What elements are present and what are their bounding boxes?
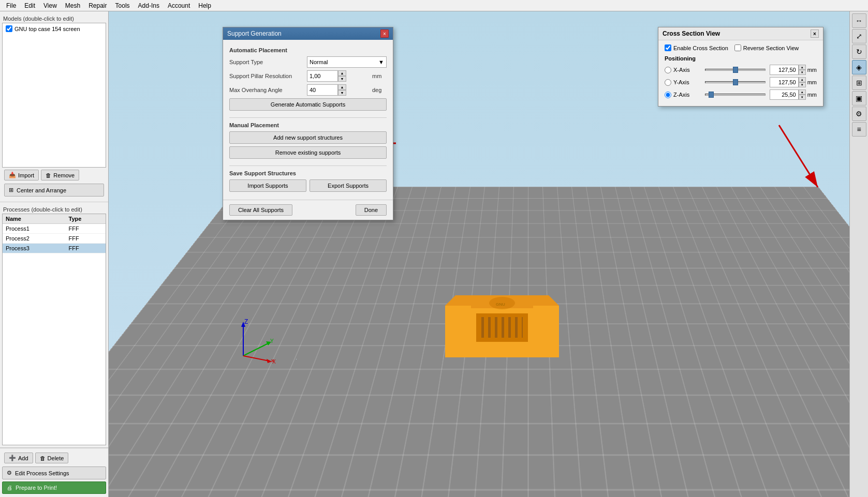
menu-addins[interactable]: Add-Ins bbox=[134, 1, 164, 10]
x-axis-radio[interactable] bbox=[665, 67, 671, 73]
z-axis-radio[interactable] bbox=[665, 92, 671, 98]
toolbar-rotate[interactable]: ↻ bbox=[852, 44, 866, 59]
support-dialog-footer: Clear All Supports Done bbox=[223, 200, 393, 220]
cross-section-dialog: Cross Section View × Enable Cross Sectio… bbox=[658, 27, 823, 107]
table-row[interactable]: Process1FFF bbox=[3, 224, 106, 234]
x-unit: mm bbox=[807, 67, 817, 73]
arrange-icon: ⊞ bbox=[9, 187, 13, 193]
x-axis-slider[interactable] bbox=[705, 66, 766, 74]
import-supports-button[interactable]: Import Supports bbox=[229, 179, 306, 192]
z-down-arrow[interactable]: ▼ bbox=[799, 95, 806, 100]
process-name: Process3 bbox=[3, 244, 66, 253]
manual-placement-label: Manual Placement bbox=[229, 122, 387, 128]
x-axis-thumb[interactable] bbox=[733, 67, 738, 73]
support-type-row: Support Type Normal ▼ bbox=[229, 56, 387, 68]
cross-section-close[interactable]: × bbox=[811, 29, 819, 38]
y-axis-radio[interactable] bbox=[665, 79, 671, 86]
done-button[interactable]: Done bbox=[356, 204, 387, 216]
z-up-arrow[interactable]: ▲ bbox=[799, 89, 806, 95]
table-row[interactable]: Process2FFF bbox=[3, 234, 106, 244]
support-pillar-down[interactable]: ▼ bbox=[338, 76, 346, 82]
model-list: GNU top case 154 screen bbox=[2, 23, 106, 168]
delete-process-button[interactable]: 🗑 Delete bbox=[35, 453, 69, 463]
y-value-field[interactable] bbox=[770, 77, 799, 87]
toolbar-scale[interactable]: ⤢ bbox=[852, 29, 866, 43]
toolbar-view[interactable]: ◈ bbox=[852, 60, 866, 74]
clear-all-supports-button[interactable]: Clear All Supports bbox=[229, 204, 292, 216]
bottom-section: ➕ Add 🗑 Delete ⚙ Edit Process Settings 🖨… bbox=[0, 448, 108, 497]
export-supports-button[interactable]: Export Supports bbox=[310, 179, 387, 192]
generate-supports-button[interactable]: Generate Automatic Supports bbox=[229, 98, 387, 111]
menu-mesh[interactable]: Mesh bbox=[61, 1, 84, 10]
table-row[interactable]: Process3FFF bbox=[3, 244, 106, 253]
menu-help[interactable]: Help bbox=[194, 1, 215, 10]
x-up-arrow[interactable]: ▲ bbox=[799, 65, 806, 70]
y-up-arrow[interactable]: ▲ bbox=[799, 77, 806, 82]
center-arrange-button[interactable]: ⊞ Center and Arrange bbox=[4, 184, 104, 197]
z-value-field[interactable] bbox=[770, 89, 799, 100]
z-axis-radio-label[interactable]: Z-Axis bbox=[665, 92, 701, 98]
x-axis-row: X-Axis ▲ ▼ mm bbox=[665, 65, 817, 75]
import-button[interactable]: 📥 Import bbox=[4, 170, 39, 180]
overhang-unit: deg bbox=[372, 87, 387, 93]
x-value-input: ▲ ▼ mm bbox=[770, 65, 817, 75]
overhang-up[interactable]: ▲ bbox=[338, 84, 346, 90]
reverse-checkbox[interactable] bbox=[734, 44, 741, 51]
menu-view[interactable]: View bbox=[39, 1, 61, 10]
prepare-to-print-button[interactable]: 🖨 Prepare to Print! bbox=[2, 481, 106, 494]
max-overhang-input: ▲ ▼ bbox=[307, 84, 370, 96]
x-value-field[interactable] bbox=[770, 65, 799, 75]
save-support-label: Save Support Structures bbox=[229, 170, 387, 176]
support-pillar-field[interactable] bbox=[307, 70, 338, 82]
support-dialog-close[interactable]: × bbox=[380, 29, 389, 38]
menu-file[interactable]: File bbox=[2, 1, 20, 10]
x-down-arrow[interactable]: ▼ bbox=[799, 70, 806, 75]
models-title: Models (double-click to edit) bbox=[2, 13, 106, 23]
import-export-row: Import Supports Export Supports bbox=[229, 179, 387, 192]
z-axis-thumb[interactable] bbox=[709, 92, 714, 98]
z-axis-row: Z-Axis ▲ ▼ mm bbox=[665, 89, 817, 100]
toolbar-settings[interactable]: ⚙ bbox=[852, 107, 866, 121]
y-axis-slider[interactable] bbox=[705, 78, 766, 86]
processes-title: Processes (double-click to edit) bbox=[2, 204, 106, 214]
support-type-label: Support Type bbox=[229, 59, 307, 65]
max-overhang-label: Max Overhang Angle bbox=[229, 87, 307, 93]
toolbar-move[interactable]: ↔ bbox=[852, 13, 866, 28]
toolbar-grid[interactable]: ⊞ bbox=[852, 76, 866, 90]
reverse-section-check[interactable]: Reverse Section View bbox=[734, 44, 799, 51]
add-icon: ➕ bbox=[9, 455, 16, 461]
z-axis-slider[interactable] bbox=[705, 91, 766, 99]
svg-line-26 bbox=[779, 125, 818, 187]
viewport[interactable]: GNU Z Y X × bbox=[109, 11, 849, 497]
x-axis-radio-label[interactable]: X-Axis bbox=[665, 67, 701, 73]
left-panel: Models (double-click to edit) GNU top ca… bbox=[0, 11, 109, 497]
overhang-down[interactable]: ▼ bbox=[338, 90, 346, 96]
add-process-button[interactable]: ➕ Add bbox=[4, 453, 33, 463]
remove-existing-button[interactable]: Remove existing supports bbox=[229, 146, 387, 159]
edit-process-settings-button[interactable]: ⚙ Edit Process Settings bbox=[2, 466, 106, 479]
menu-account[interactable]: Account bbox=[164, 1, 194, 10]
menu-tools[interactable]: Tools bbox=[111, 1, 134, 10]
menu-edit[interactable]: Edit bbox=[20, 1, 39, 10]
menu-repair[interactable]: Repair bbox=[84, 1, 111, 10]
add-new-support-button[interactable]: Add new support structures bbox=[229, 131, 387, 144]
y-axis-thumb[interactable] bbox=[733, 79, 738, 85]
max-overhang-field[interactable] bbox=[307, 84, 338, 96]
support-type-select[interactable]: Normal ▼ bbox=[307, 56, 387, 68]
auto-placement-label: Automatic Placement bbox=[229, 47, 387, 53]
col-name: Name bbox=[3, 214, 66, 224]
toolbar-menu[interactable]: ≡ bbox=[852, 122, 866, 137]
svg-text:Y: Y bbox=[270, 338, 274, 344]
remove-button[interactable]: 🗑 Remove bbox=[41, 170, 79, 180]
model-checkbox[interactable] bbox=[6, 25, 12, 32]
support-pillar-row: Support Pillar Resolution ▲ ▼ mm bbox=[229, 70, 387, 82]
y-axis-radio-label[interactable]: Y-Axis bbox=[665, 79, 701, 86]
enable-checkbox[interactable] bbox=[665, 44, 671, 51]
support-pillar-up[interactable]: ▲ bbox=[338, 70, 346, 76]
svg-rect-10 bbox=[518, 317, 522, 338]
toolbar-select[interactable]: ▣ bbox=[852, 91, 866, 106]
positioning-label: Positioning bbox=[665, 55, 817, 62]
y-down-arrow[interactable]: ▼ bbox=[799, 82, 806, 87]
list-item[interactable]: GNU top case 154 screen bbox=[4, 24, 105, 33]
enable-cross-section-check[interactable]: Enable Cross Section bbox=[665, 44, 728, 51]
